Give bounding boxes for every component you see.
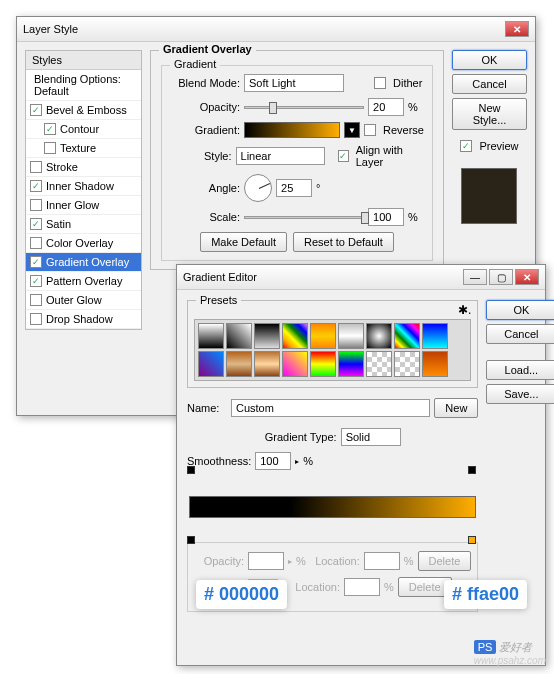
checkbox[interactable] — [44, 142, 56, 154]
preset-swatch[interactable] — [282, 323, 308, 349]
style-item-gradient-overlay[interactable]: ✓Gradient Overlay — [26, 253, 141, 272]
checkbox[interactable]: ✓ — [30, 104, 42, 116]
titlebar[interactable]: Gradient Editor — ▢ ✕ — [177, 265, 545, 290]
gradient-type-select[interactable]: Solid — [341, 428, 401, 446]
style-item-inner-glow[interactable]: Inner Glow — [26, 196, 141, 215]
preset-swatch[interactable] — [310, 351, 336, 377]
checkbox[interactable]: ✓ — [30, 218, 42, 230]
opacity-slider[interactable] — [244, 106, 364, 109]
gradient-label: Gradient: — [170, 124, 240, 136]
gradient-bar[interactable] — [189, 496, 476, 518]
checkbox[interactable]: ✓ — [44, 123, 56, 135]
gradient-overlay-group: Gradient Overlay Gradient Blend Mode: So… — [150, 50, 444, 270]
style-item-inner-shadow[interactable]: ✓Inner Shadow — [26, 177, 141, 196]
style-item-pattern-overlay[interactable]: ✓Pattern Overlay — [26, 272, 141, 291]
style-item-contour[interactable]: ✓Contour — [26, 120, 141, 139]
checkbox[interactable]: ✓ — [30, 275, 42, 287]
new-button[interactable]: New — [434, 398, 478, 418]
ok-button[interactable]: OK — [452, 50, 527, 70]
blending-options[interactable]: Blending Options: Default — [26, 70, 141, 101]
checkbox[interactable] — [30, 313, 42, 325]
reverse-label: Reverse — [383, 124, 424, 136]
preset-swatch[interactable] — [338, 351, 364, 377]
save-button[interactable]: Save... — [486, 384, 554, 404]
close-icon[interactable]: ✕ — [515, 269, 539, 285]
opacity-input[interactable] — [368, 98, 404, 116]
style-item-outer-glow[interactable]: Outer Glow — [26, 291, 141, 310]
styles-header[interactable]: Styles — [26, 51, 141, 70]
preset-swatch[interactable] — [394, 351, 420, 377]
align-checkbox[interactable]: ✓ — [338, 150, 349, 162]
delete-opacity-stop-button: Delete — [418, 551, 472, 571]
sub-title: Gradient — [170, 58, 220, 70]
color-stop-left[interactable] — [187, 536, 197, 548]
stop-color-location-input — [344, 578, 380, 596]
angle-dial[interactable] — [244, 174, 272, 202]
preset-swatch[interactable] — [366, 351, 392, 377]
preview-checkbox[interactable]: ✓ — [460, 140, 472, 152]
style-item-color-overlay[interactable]: Color Overlay — [26, 234, 141, 253]
style-item-texture[interactable]: Texture — [26, 139, 141, 158]
color-stop-right[interactable] — [468, 536, 478, 548]
preset-swatch[interactable] — [394, 323, 420, 349]
titlebar[interactable]: Layer Style ✕ — [17, 17, 535, 42]
cancel-button[interactable]: Cancel — [452, 74, 527, 94]
preset-grid — [194, 319, 471, 381]
preset-swatch[interactable] — [282, 351, 308, 377]
gradient-preview[interactable] — [244, 122, 340, 138]
checkbox[interactable] — [30, 294, 42, 306]
checkbox[interactable]: ✓ — [30, 180, 42, 192]
checkbox[interactable] — [30, 161, 42, 173]
minimize-icon[interactable]: — — [463, 269, 487, 285]
preset-swatch[interactable] — [198, 351, 224, 377]
preview-swatch — [461, 168, 517, 224]
checkbox[interactable] — [30, 237, 42, 249]
cancel-button[interactable]: Cancel — [486, 324, 554, 344]
preset-swatch[interactable] — [254, 351, 280, 377]
dither-checkbox[interactable] — [374, 77, 386, 89]
opacity-label: Opacity: — [170, 101, 240, 113]
angle-input[interactable] — [276, 179, 312, 197]
preset-swatch[interactable] — [226, 351, 252, 377]
preset-swatch[interactable] — [338, 323, 364, 349]
checkbox[interactable] — [30, 199, 42, 211]
new-style-button[interactable]: New Style... — [452, 98, 527, 130]
preview-label: Preview — [479, 140, 518, 152]
scale-input[interactable] — [368, 208, 404, 226]
preset-swatch[interactable] — [198, 323, 224, 349]
style-select[interactable]: Linear — [236, 147, 325, 165]
scale-slider[interactable] — [244, 216, 364, 219]
style-item-drop-shadow[interactable]: Drop Shadow — [26, 310, 141, 329]
name-label: Name: — [187, 402, 227, 414]
preset-swatch[interactable] — [422, 323, 448, 349]
maximize-icon[interactable]: ▢ — [489, 269, 513, 285]
name-input[interactable] — [231, 399, 430, 417]
blend-mode-select[interactable]: Soft Light — [244, 74, 344, 92]
preset-swatch[interactable] — [422, 351, 448, 377]
preset-swatch[interactable] — [254, 323, 280, 349]
chevron-down-icon[interactable]: ▼ — [344, 122, 360, 138]
load-button[interactable]: Load... — [486, 360, 554, 380]
presets-group: Presets ✱. — [187, 300, 478, 388]
group-title: Gradient Overlay — [159, 43, 256, 55]
scale-label: Scale: — [170, 211, 240, 223]
dialog-title: Gradient Editor — [183, 271, 257, 283]
preset-swatch[interactable] — [310, 323, 336, 349]
watermark: PS爱好者 www.psahz.com — [474, 638, 546, 666]
reverse-checkbox[interactable] — [364, 124, 376, 136]
styles-list: Styles Blending Options: Default ✓Bevel … — [25, 50, 142, 330]
style-item-bevel-emboss[interactable]: ✓Bevel & Emboss — [26, 101, 141, 120]
style-item-stroke[interactable]: Stroke — [26, 158, 141, 177]
preset-swatch[interactable] — [366, 323, 392, 349]
preset-swatch[interactable] — [226, 323, 252, 349]
make-default-button[interactable]: Make Default — [200, 232, 287, 252]
reset-default-button[interactable]: Reset to Default — [293, 232, 394, 252]
checkbox[interactable]: ✓ — [30, 256, 42, 268]
smoothness-input[interactable] — [255, 452, 291, 470]
presets-label: Presets — [196, 294, 241, 306]
stop-opacity-label: Opacity: — [194, 555, 244, 567]
ok-button[interactable]: OK — [486, 300, 554, 320]
close-icon[interactable]: ✕ — [505, 21, 529, 37]
style-item-satin[interactable]: ✓Satin — [26, 215, 141, 234]
gear-icon[interactable]: ✱. — [458, 303, 471, 317]
